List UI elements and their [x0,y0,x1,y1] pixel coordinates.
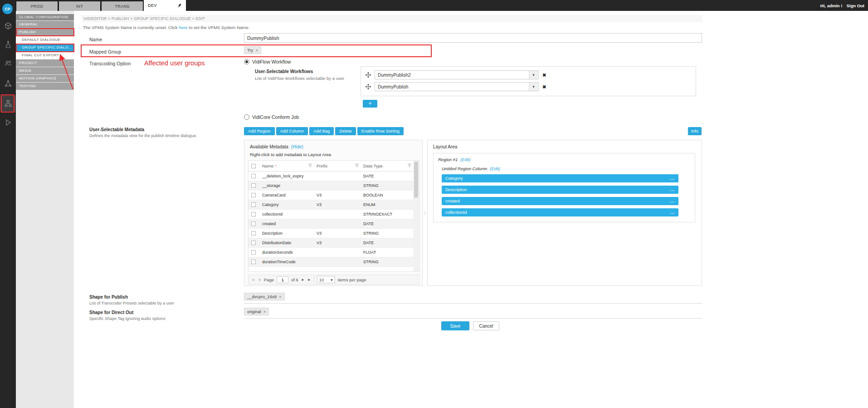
last-page-icon[interactable]: ► [307,278,311,282]
lab-flask-icon[interactable] [0,36,16,53]
info-button[interactable]: Info [688,127,702,135]
page-number-input[interactable] [277,276,288,283]
shape-direct-tag-label: original [247,309,261,314]
vidicore-radio[interactable] [244,114,249,120]
vidiflow-radio[interactable] [244,59,249,64]
add-bag-button[interactable]: Add Bag [309,127,334,135]
row-checkbox[interactable] [251,250,256,255]
cell-prefix [314,209,361,219]
row-checkbox[interactable] [251,221,256,226]
nav-item-final-cut-export[interactable]: FINAL CUT EXPORT [16,52,74,59]
modules-icon[interactable] [0,18,16,34]
sign-out-link[interactable]: Sign Out [846,3,864,8]
first-page-icon[interactable]: ◄ [251,278,255,282]
chevron-down-icon[interactable]: ▾ [529,71,538,79]
hide-link[interactable]: (Hide) [291,144,303,149]
column-header-prefix[interactable]: Prefix [314,161,361,171]
row-checkbox[interactable] [251,231,256,236]
nav-item-default-dialogue[interactable]: DEFAULT DIALOGUE [16,36,74,44]
add-region-button[interactable]: Add Region [244,127,275,135]
layout-item[interactable]: created ... [442,197,678,205]
nav-item-motion-graphics[interactable]: MOTION GRAPHICS [16,75,74,82]
prev-page-icon[interactable]: ◄ [258,278,261,282]
run-play-icon[interactable] [0,114,16,131]
region-column-edit-link[interactable]: (Edit) [490,166,500,171]
nav-item-project[interactable]: PROJECT [16,59,74,67]
move-handle-icon[interactable] [366,72,371,78]
nav-item-media[interactable]: MEDIA [16,67,74,74]
table-row[interactable]: __storage STRING [249,181,413,190]
enable-row-sorting-button[interactable]: Enable Row Sorting [357,127,404,135]
table-row[interactable]: Description V3 STRING [249,228,413,238]
shape-publish-field[interactable]: __dvcpro_16x9 × [244,291,702,304]
next-page-icon[interactable]: ► [301,278,305,282]
add-workflow-button[interactable]: + [363,100,377,108]
table-row[interactable]: DistributionDate V3 DATE [249,238,413,247]
workflow-remove-icon[interactable]: ✖ [542,73,546,78]
table-row[interactable]: durationTimeCode STRING [249,257,413,266]
tag-remove-icon[interactable]: × [263,309,266,314]
filter-icon[interactable] [355,164,359,167]
shape-direct-subtitle: Specific Shape Tag ignoring audio option… [89,316,165,321]
tag-remove-icon[interactable]: × [255,48,258,53]
mapped-group-field[interactable]: Try × [244,46,261,54]
select-all-checkbox[interactable] [251,164,256,168]
item-menu-icon[interactable]: ... [670,197,675,205]
table-row[interactable]: Category V3 ENUM [249,200,413,209]
item-menu-icon[interactable]: ... [670,174,675,182]
row-checkbox[interactable] [251,193,256,197]
tag-remove-icon[interactable]: × [279,294,282,299]
tab-dev[interactable]: DEV [144,0,186,11]
row-checkbox[interactable] [251,202,256,207]
table-row[interactable]: created DATE [249,219,413,228]
row-checkbox[interactable] [251,183,256,188]
layout-item[interactable]: collectionId ... [442,208,678,216]
column-header-data-type[interactable]: Data Type [361,161,413,171]
tab-trans[interactable]: TRANS [101,1,143,11]
grid-scrollbar-thumb[interactable] [414,162,418,198]
vpms-here-link[interactable]: here [179,25,188,30]
table-row[interactable]: __deletion_lock_expiry DATE [249,171,413,181]
save-button[interactable]: Save [441,321,469,330]
row-checkbox[interactable] [251,241,256,245]
row-checkbox[interactable] [251,260,256,264]
tab-prod[interactable]: PROD [16,1,58,11]
item-menu-icon[interactable]: ... [670,186,675,194]
workflow-dropdown[interactable]: DummyPublish2 ▾ [375,70,539,79]
workflow-config-icon[interactable] [0,95,16,112]
workflow-remove-icon[interactable]: ✖ [542,84,546,89]
tab-int[interactable]: INT [59,1,101,11]
shape-direct-field[interactable]: original × [244,306,702,319]
nav-item-publish[interactable]: PUBLISH [16,29,74,36]
user-groups-icon[interactable] [0,55,16,72]
table-row[interactable]: CameraCard V3 BOOLEAN [249,190,413,200]
grid-scrollbar[interactable] [413,161,419,272]
chevron-down-icon[interactable]: ▾ [529,83,538,91]
table-row[interactable]: collectionId STRINGEXACT [249,209,413,219]
layout-item[interactable]: Category ... [442,174,678,182]
table-row[interactable]: durationSeconds FLOAT [249,247,413,257]
move-handle-icon[interactable] [366,84,371,89]
region-edit-link[interactable]: (Edit) [460,157,471,162]
layout-item[interactable]: Description ... [442,186,678,194]
hierarchy-icon[interactable] [0,75,16,92]
row-checkbox[interactable] [251,174,256,178]
workflow-dropdown[interactable]: DummyPublish ▾ [375,82,539,91]
filter-icon[interactable] [308,164,312,167]
item-menu-icon[interactable]: ... [670,208,675,216]
nav-item-group-specific-dialogue[interactable]: GROUP SPECIFIC DIALO... [16,44,74,51]
panel-splitter[interactable]: ⋮ [423,140,427,286]
cp-logo[interactable]: CP [2,4,13,14]
cancel-button[interactable]: Cancel [473,321,499,330]
row-checkbox[interactable] [251,212,256,216]
cell-prefix [314,247,361,257]
name-input[interactable] [244,33,702,43]
filter-icon[interactable] [408,164,411,167]
items-per-page-dropdown[interactable]: 10 ▾ [317,276,335,283]
nav-item-general[interactable]: GENERAL [16,21,74,28]
pin-icon[interactable] [177,3,182,8]
nav-item-testing[interactable]: TESTING [16,83,74,90]
add-column-button[interactable]: Add Column [276,127,308,135]
delete-button[interactable]: Delete [335,127,356,135]
column-header-name[interactable]: Name ↑ [259,161,314,171]
